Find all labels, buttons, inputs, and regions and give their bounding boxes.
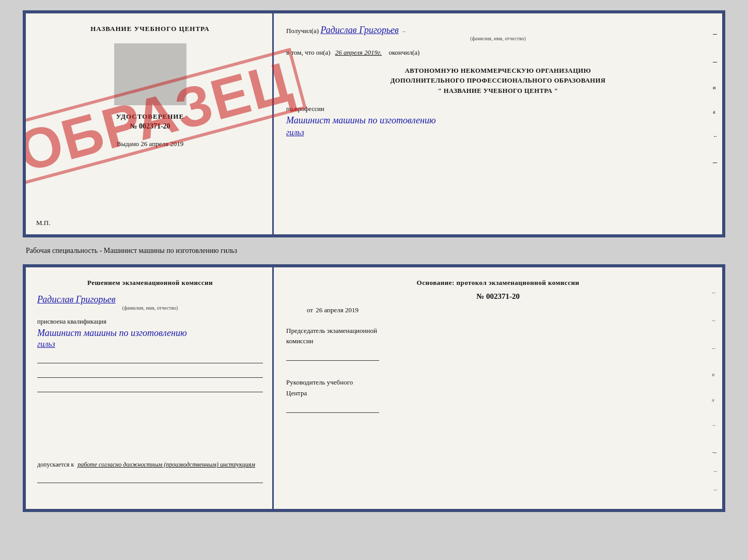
profession-line2: гильз <box>286 128 710 137</box>
underline-dopusk <box>37 474 263 483</box>
osnovanie-text: Основание: протокол экзаменационной коми… <box>286 279 710 287</box>
bottom-profession-block: Машинист машины по изготовлению гильз <box>37 328 263 349</box>
recipient-name: Радислав Григорьев <box>320 25 399 35</box>
bottom-profession-line2: гильз <box>37 340 263 349</box>
predsedatel-label: Председатель экзаменационной <box>286 326 710 336</box>
profession-line1: Машинист машины по изготовлению <box>286 115 710 126</box>
udostoverenie-block: УДОСТОВЕРЕНИЕ № 002371-20 <box>116 113 184 131</box>
predsedatel-block: Председатель экзаменационной комиссии <box>286 326 710 364</box>
underline-1 <box>37 354 263 363</box>
top-cert-title: НАЗВАНИЕ УЧЕБНОГО ЦЕНТРА <box>90 25 210 33</box>
bottom-ot-date: 26 апреля 2019 <box>316 306 359 314</box>
top-cert-right: Получил(а) Радислав Григорьев – (фамилия… <box>274 13 722 234</box>
org-line2: ДОПОЛНИТЕЛЬНОГО ПРОФЕССИОНАЛЬНОГО ОБРАЗО… <box>286 76 710 86</box>
bottom-name-block: Радислав Григорьев (фамилия, имя, отчест… <box>37 294 263 311</box>
work-label: работе согласно должностным (производств… <box>77 461 255 468</box>
resheniem-text: Решением экзаменационной комиссии <box>37 279 263 287</box>
fio-hint-top: (фамилия, имя, отчество) <box>286 36 710 41</box>
vtom-line: в том, что он(а) 26 апреля 2019г. окончи… <box>286 49 710 57</box>
prisvoena-text: присвоена квалификация <box>37 318 263 326</box>
rukovoditel-signature-line <box>286 403 379 413</box>
rukovoditel-label: Руководитель учебного <box>286 377 710 388</box>
bottom-protocol-number: № 002371-20 <box>286 292 710 301</box>
org-line1: АВТОНОМНУЮ НЕКОММЕРЧЕСКУЮ ОРГАНИЗАЦИЮ <box>286 66 710 76</box>
top-cert-left: НАЗВАНИЕ УЧЕБНОГО ЦЕНТРА УДОСТОВЕРЕНИЕ №… <box>26 13 274 234</box>
poluchil-dash: – <box>402 28 406 34</box>
seal-placeholder <box>114 43 186 105</box>
rukovoditel-block: Руководитель учебного Центра <box>286 377 710 415</box>
underline-3 <box>37 383 263 392</box>
bottom-recipient-name: Радислав Григорьев <box>37 294 116 305</box>
org-block: АВТОНОМНУЮ НЕКОММЕРЧЕСКУЮ ОРГАНИЗАЦИЮ ДО… <box>286 66 710 96</box>
separator-label: Рабочая специальность - Машинист машины … <box>23 247 725 255</box>
vydano-text: Выдано 26 апреля 2019 <box>117 140 183 148</box>
mp-label: М.П. <box>36 219 50 227</box>
dopuskaetsya-label: допускается к <box>37 461 74 468</box>
bottom-profession-line1: Машинист машины по изготовлению <box>37 328 263 339</box>
vtom-date: 26 апреля 2019г. <box>335 49 382 56</box>
poluchil-line: Получил(а) Радислав Григорьев – (фамилия… <box>286 25 710 41</box>
right-dashes: – – и а ← – <box>713 29 718 167</box>
bottom-fio-hint: (фамилия, имя, отчество) <box>37 305 263 311</box>
profession-block: по профессии Машинист машины по изготовл… <box>286 105 710 137</box>
po-professii-label: по профессии <box>286 105 324 113</box>
udostoverenie-label: УДОСТОВЕРЕНИЕ <box>116 113 184 121</box>
org-line3: " НАЗВАНИЕ УЧЕБНОГО ЦЕНТРА " <box>286 86 710 96</box>
bottom-cert-right: Основание: протокол экзаменационной коми… <box>274 267 722 509</box>
top-certificate: НАЗВАНИЕ УЧЕБНОГО ЦЕНТРА УДОСТОВЕРЕНИЕ №… <box>23 10 725 237</box>
predsedatel-label2: комиссии <box>286 336 710 346</box>
rukovoditel-label2: Центра <box>286 388 710 398</box>
udostoverenie-number: № 002371-20 <box>116 122 184 131</box>
right-dashes-bottom: – – – и а ← – <box>712 288 717 456</box>
predsedatel-signature-line <box>286 350 379 361</box>
underline-2 <box>37 369 263 378</box>
bottom-right-dashes: – – – <box>714 448 718 493</box>
bottom-certificate: Решением экзаменационной комиссии Радисл… <box>23 264 725 512</box>
bottom-ot: от 26 апреля 2019 <box>307 306 710 314</box>
dopuskaetsya-block: допускается к работе согласно должностны… <box>37 461 263 483</box>
bottom-cert-left: Решением экзаменационной комиссии Радисл… <box>26 267 274 509</box>
